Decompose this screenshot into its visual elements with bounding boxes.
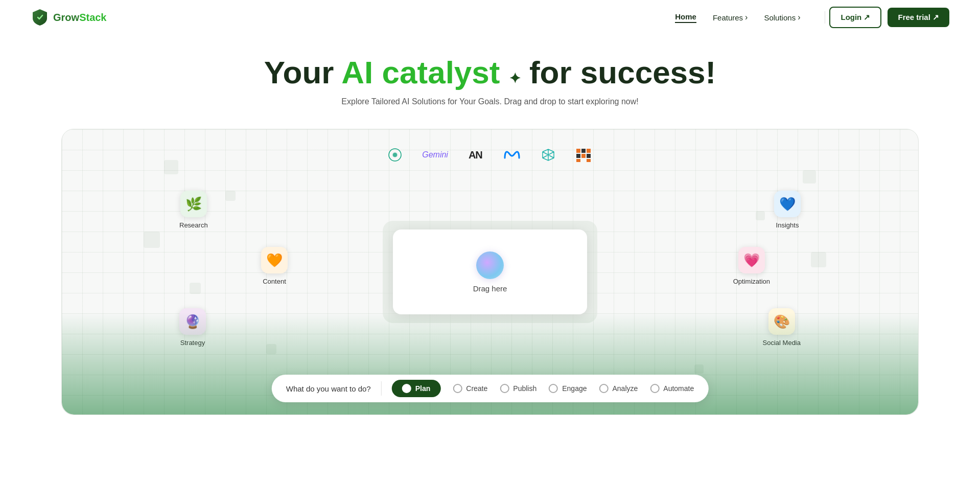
- drag-label: Drag here: [473, 284, 507, 293]
- svg-point-1: [393, 153, 397, 157]
- tab-plan-label: Plan: [415, 384, 431, 393]
- insights-icon: 💙: [779, 196, 796, 212]
- tab-engage-circle: [549, 384, 558, 393]
- tab-publish-label: Publish: [513, 384, 536, 393]
- tab-automate[interactable]: Automate: [650, 384, 694, 393]
- ai-logo-mistral[interactable]: [575, 148, 592, 162]
- research-icon: 🌿: [185, 196, 202, 212]
- research-label: Research: [179, 221, 208, 229]
- ai-logo-gemini[interactable]: Gemini: [422, 150, 448, 159]
- drag-area-outer[interactable]: Drag here: [383, 221, 597, 323]
- main-panel: Gemini AN: [61, 129, 919, 415]
- svg-rect-8: [576, 159, 580, 162]
- svg-rect-5: [576, 154, 580, 158]
- login-button[interactable]: Login ↗: [829, 7, 881, 28]
- optimization-icon-wrap: 💗: [738, 247, 765, 273]
- chatgpt-icon: [388, 148, 402, 162]
- strategy-icon: 🔮: [184, 314, 201, 330]
- bar-tabs: Plan Create Publish Engage Analyze: [392, 380, 694, 397]
- social-media-label: Social Media: [763, 339, 801, 347]
- svg-rect-3: [581, 149, 586, 153]
- tab-plan[interactable]: Plan: [392, 380, 441, 397]
- tool-strategy[interactable]: 🔮 Strategy: [179, 308, 206, 347]
- orb-icon: [476, 251, 504, 279]
- tab-plan-circle: [402, 384, 411, 393]
- drag-area-inner[interactable]: Drag here: [393, 229, 587, 314]
- nav-links: Home Features Solutions: [675, 12, 800, 23]
- sparkle-icon: ✦: [509, 71, 521, 86]
- tab-publish-circle: [500, 384, 509, 393]
- navbar: GrowStack Home Features Solutions Login …: [0, 0, 980, 35]
- strategy-icon-wrap: 🔮: [179, 308, 206, 335]
- anthropic-text: AN: [469, 149, 482, 161]
- content-label: Content: [263, 278, 286, 285]
- features-chevron-icon: [745, 13, 748, 22]
- bar-question: What do you want to do?: [286, 384, 371, 393]
- logo-icon: [31, 8, 49, 27]
- hero-section: Your AI catalyst ✦ for success! Explore …: [0, 35, 980, 117]
- insights-icon-wrap: 💙: [774, 191, 801, 217]
- tab-analyze-label: Analyze: [613, 384, 638, 393]
- tool-research[interactable]: 🌿 Research: [179, 191, 208, 229]
- tab-analyze-circle: [599, 384, 609, 393]
- optimization-label: Optimization: [733, 278, 770, 285]
- free-trial-button[interactable]: Free trial ↗: [888, 8, 949, 27]
- tab-create-label: Create: [466, 384, 487, 393]
- ai-logo-meta[interactable]: [503, 150, 521, 160]
- tab-publish[interactable]: Publish: [500, 384, 536, 393]
- hero-title: Your AI catalyst ✦ for success!: [0, 55, 980, 90]
- tab-create-circle: [453, 384, 462, 393]
- svg-rect-4: [587, 149, 591, 153]
- svg-rect-7: [587, 154, 591, 158]
- bar-divider: [381, 381, 382, 396]
- mistral-icon: [575, 148, 592, 162]
- nav-divider: [825, 11, 825, 24]
- optimization-icon: 💗: [743, 253, 760, 268]
- gemini-text: Gemini: [422, 150, 448, 159]
- bottom-bar: What do you want to do? Plan Create Publ…: [272, 375, 709, 402]
- tool-insights[interactable]: 💙 Insights: [774, 191, 801, 229]
- tab-automate-circle: [650, 384, 659, 393]
- research-icon-wrap: 🌿: [180, 191, 207, 217]
- tool-social-media[interactable]: 🎨 Social Media: [763, 308, 801, 347]
- tab-automate-label: Automate: [663, 384, 694, 393]
- strategy-label: Strategy: [180, 339, 205, 347]
- meta-icon: [503, 150, 521, 160]
- tool-content[interactable]: 🧡 Content: [261, 247, 288, 285]
- content-icon-wrap: 🧡: [261, 247, 288, 273]
- ai-logo-chatgpt[interactable]: [388, 148, 402, 162]
- svg-rect-2: [576, 149, 580, 153]
- solutions-chevron-icon: [798, 13, 800, 22]
- nav-solutions[interactable]: Solutions: [764, 13, 800, 22]
- social-media-icon-wrap: 🎨: [768, 308, 795, 335]
- nav-buttons: Login ↗ Free trial ↗: [829, 7, 949, 28]
- tab-analyze[interactable]: Analyze: [599, 384, 638, 393]
- hero-subtitle: Explore Tailored AI Solutions for Your G…: [0, 97, 980, 106]
- perplexity-icon: [542, 148, 555, 162]
- tab-engage[interactable]: Engage: [549, 384, 587, 393]
- tool-optimization[interactable]: 💗 Optimization: [733, 247, 770, 285]
- insights-label: Insights: [776, 221, 799, 229]
- tab-engage-label: Engage: [562, 384, 587, 393]
- ai-logo-anthropic[interactable]: AN: [469, 149, 482, 161]
- content-icon: 🧡: [266, 253, 283, 268]
- svg-rect-6: [581, 154, 586, 158]
- nav-home[interactable]: Home: [675, 12, 696, 23]
- tab-create[interactable]: Create: [453, 384, 487, 393]
- svg-rect-9: [587, 159, 591, 162]
- logo[interactable]: GrowStack: [31, 8, 107, 27]
- ai-logo-perplexity[interactable]: [542, 148, 555, 162]
- nav-features[interactable]: Features: [713, 13, 748, 22]
- ai-logos-row: Gemini AN: [62, 129, 918, 172]
- social-media-icon: 🎨: [774, 314, 790, 330]
- logo-text: GrowStack: [53, 12, 107, 24]
